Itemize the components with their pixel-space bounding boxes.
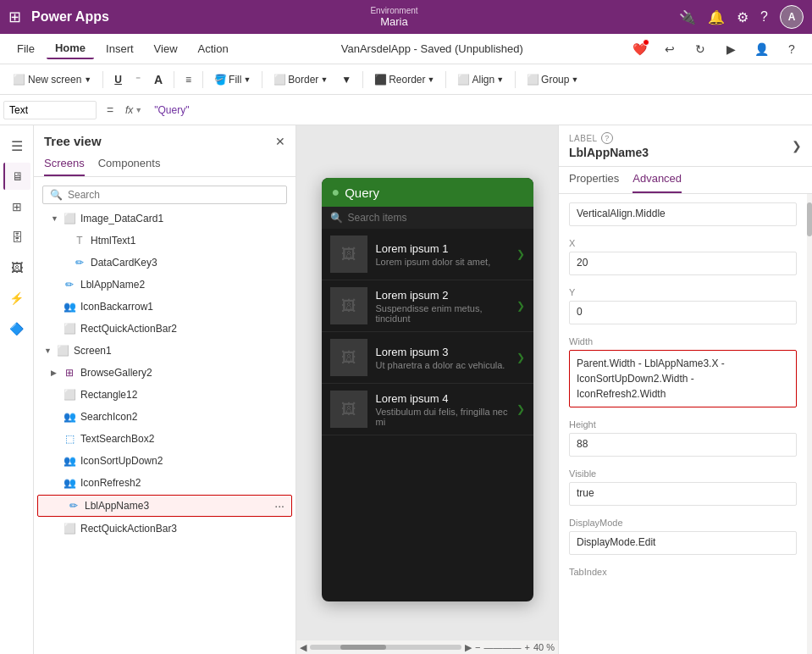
verticalalign-value[interactable]: VerticalAlign.Middle bbox=[569, 202, 797, 226]
left-sidebar-icons: ☰ 🖥 ⊞ 🗄 🖼 ⚡ 🔷 bbox=[0, 125, 34, 654]
align-button[interactable]: ≡ bbox=[180, 71, 197, 88]
tab-screens[interactable]: Screens bbox=[44, 153, 85, 176]
phone-list-item-3[interactable]: 🖼 Lorem ipsum 4 Vestibulum dui felis, fr… bbox=[322, 384, 533, 435]
toolbar-divider-6 bbox=[445, 71, 446, 88]
scroll-left-icon[interactable]: ◀ bbox=[300, 642, 307, 653]
tree-item-rectquickactionbar2[interactable]: ▶ ⬜ RectQuickActionBar2 bbox=[34, 318, 296, 340]
label-help-icon[interactable]: ? bbox=[601, 132, 613, 144]
formula-input[interactable] bbox=[147, 102, 809, 119]
border-button[interactable]: ⬜ Border ▼ bbox=[268, 71, 334, 88]
strikethrough-button[interactable]: ⁻ bbox=[130, 71, 146, 88]
width-value[interactable]: Parent.Width - LblAppName3.X - IconSortU… bbox=[569, 350, 797, 407]
help-icon[interactable]: ? bbox=[760, 9, 768, 25]
variables-icon[interactable]: ⚡ bbox=[3, 285, 30, 312]
reorder-button[interactable]: ⬛ Reorder ▼ bbox=[368, 71, 440, 88]
data-icon[interactable]: 🗄 bbox=[3, 224, 30, 251]
underline-button[interactable]: U bbox=[108, 71, 128, 88]
tree-item-screen1[interactable]: ▼ ⬜ Screen1 bbox=[34, 340, 296, 362]
displaymode-value[interactable]: DisplayMode.Edit bbox=[569, 531, 797, 555]
tree-item-more-icon[interactable]: ··· bbox=[274, 499, 284, 513]
right-panel-expand-icon[interactable]: ❯ bbox=[792, 139, 802, 152]
screens-icon[interactable]: 🖥 bbox=[3, 163, 30, 190]
run-icon[interactable]: ▶ bbox=[719, 37, 743, 61]
tree-item-rectquickactionbar3[interactable]: ▶ ⬜ RectQuickActionBar3 bbox=[34, 518, 296, 540]
tree-close-icon[interactable]: ✕ bbox=[275, 135, 285, 148]
toolbar-divider-5 bbox=[362, 71, 363, 88]
border-arrow-button[interactable]: ▼ bbox=[335, 71, 357, 88]
menu-item-view[interactable]: View bbox=[146, 39, 186, 58]
phone-list-item-0[interactable]: 🖼 Lorem ipsum 1 Lorem ipsum dolor sit am… bbox=[322, 229, 533, 280]
phone-search-bar[interactable]: 🔍 Search items bbox=[322, 207, 533, 229]
avatar[interactable]: A bbox=[780, 5, 804, 29]
waffle-icon[interactable]: ⊞ bbox=[8, 8, 21, 26]
app-saved-status: VanArsdelApp - Saved (Unpublished) bbox=[341, 42, 523, 55]
zoom-minus-icon[interactable]: − bbox=[475, 642, 480, 652]
phone-header-icon: ● bbox=[332, 185, 340, 200]
menu-item-home[interactable]: Home bbox=[47, 38, 94, 59]
menu-item-file[interactable]: File bbox=[8, 39, 43, 58]
bell-icon[interactable]: 🔔 bbox=[708, 9, 725, 25]
phone-thumb-1: 🖼 bbox=[330, 287, 367, 324]
scroll-right-icon[interactable]: ▶ bbox=[465, 642, 472, 653]
sidebar-toggle-icon[interactable]: ☰ bbox=[3, 132, 30, 159]
tree-item-iconsortupdow2[interactable]: ▶ 👥 IconSortUpDown2 bbox=[34, 450, 296, 472]
tree-search-box[interactable]: 🔍 bbox=[42, 186, 287, 204]
controls-icon[interactable]: 🔷 bbox=[3, 315, 30, 342]
height-value[interactable]: 88 bbox=[569, 433, 797, 457]
phone-search-placeholder: Search items bbox=[348, 212, 407, 224]
menu-item-action[interactable]: Action bbox=[190, 39, 237, 58]
menu-help-icon[interactable]: ? bbox=[780, 37, 804, 61]
canvas-scroll-track[interactable] bbox=[310, 645, 461, 650]
y-label: Y bbox=[569, 287, 797, 297]
right-properties-panel: LABEL ? LblAppName3 ❯ Properties Advance… bbox=[558, 125, 812, 654]
tree-item-lblappname3[interactable]: ▶ ✏ LblAppName3 ··· bbox=[37, 495, 292, 517]
media-icon[interactable]: 🖼 bbox=[3, 254, 30, 281]
x-value[interactable]: 20 bbox=[569, 252, 797, 275]
phone-list-item-1[interactable]: 🖼 Lorem ipsum 2 Suspendisse enim metus, … bbox=[322, 280, 533, 332]
phone-frame: ● Query 🔍 Search items 🖼 Lorem ipsum 1 L… bbox=[322, 178, 533, 601]
tree-item-iconrefresh2[interactable]: ▶ 👥 IconRefresh2 bbox=[34, 472, 296, 494]
badge-health-icon[interactable]: ❤️ bbox=[627, 37, 651, 61]
tab-components[interactable]: Components bbox=[98, 153, 161, 176]
chevron-down-icon: ▼ bbox=[51, 214, 59, 223]
tab-advanced[interactable]: Advanced bbox=[632, 167, 682, 193]
item-icon-rectangle12: ⬜ bbox=[63, 388, 76, 402]
zoom-plus-icon[interactable]: + bbox=[524, 642, 529, 652]
new-screen-button[interactable]: ⬜ New screen ▼ bbox=[7, 71, 97, 88]
components-icon[interactable]: ⊞ bbox=[3, 193, 30, 220]
formula-type-input[interactable] bbox=[3, 101, 97, 119]
tree-item-searchicon2[interactable]: ▶ 👥 SearchIcon2 bbox=[34, 406, 296, 428]
redo-icon[interactable]: ↻ bbox=[688, 37, 712, 61]
font-size-button[interactable]: A bbox=[148, 70, 168, 89]
formula-fx-button[interactable]: fx ▼ bbox=[120, 103, 147, 118]
tree-item-htmltext1[interactable]: ▶ T HtmlText1 bbox=[34, 230, 296, 252]
fill-button[interactable]: 🪣 Fill ▼ bbox=[208, 71, 257, 88]
tree-item-image-datacard1[interactable]: ▼ ⬜ Image_DataCard1 bbox=[34, 208, 296, 230]
item-label-textsearchbox2: TextSearchBox2 bbox=[80, 433, 289, 445]
tree-item-datacardkey3[interactable]: ▶ ✏ DataCardKey3 bbox=[34, 252, 296, 274]
undo-icon[interactable]: ↩ bbox=[658, 37, 682, 61]
tree-item-rectangle12[interactable]: ▶ ⬜ Rectangle12 bbox=[34, 384, 296, 406]
tree-item-lblappname2[interactable]: ▶ ✏ LblAppName2 bbox=[34, 274, 296, 296]
tree-item-textsearchbox2[interactable]: ▶ ⬚ TextSearchBox2 bbox=[34, 428, 296, 450]
tree-item-iconbackarrow1[interactable]: ▶ 👥 IconBackarrow1 bbox=[34, 296, 296, 318]
phone-thumb-0: 🖼 bbox=[330, 236, 367, 273]
y-value[interactable]: 0 bbox=[569, 301, 797, 324]
align2-button[interactable]: ⬜ Align ▼ bbox=[451, 71, 510, 88]
canvas-scroll[interactable]: ◀ ▶ − ———— + 40 % bbox=[296, 640, 558, 654]
menu-item-insert[interactable]: Insert bbox=[97, 39, 142, 58]
tree-item-browsegallery2[interactable]: ▶ ⊞ BrowseGallery2 bbox=[34, 362, 296, 384]
visible-value[interactable]: true bbox=[569, 482, 797, 506]
tab-properties[interactable]: Properties bbox=[569, 167, 619, 193]
group-button[interactable]: ⬜ Group ▼ bbox=[521, 71, 584, 88]
field-verticalalign: VerticalAlign.Middle bbox=[569, 202, 797, 226]
field-displaymode: DisplayMode DisplayMode.Edit bbox=[569, 518, 797, 555]
search-input[interactable] bbox=[68, 189, 279, 201]
user-icon[interactable]: 👤 bbox=[749, 37, 773, 61]
settings-icon[interactable]: ⚙ bbox=[737, 9, 748, 25]
zoom-slider[interactable]: ———— bbox=[483, 642, 521, 652]
right-panel-scrollbar[interactable] bbox=[807, 194, 812, 654]
reorder-icon: ⬛ bbox=[374, 74, 387, 86]
phone-list-item-2[interactable]: 🖼 Lorem ipsum 3 Ut pharetra a dolor ac v… bbox=[322, 332, 533, 384]
connect-icon[interactable]: 🔌 bbox=[679, 9, 696, 25]
